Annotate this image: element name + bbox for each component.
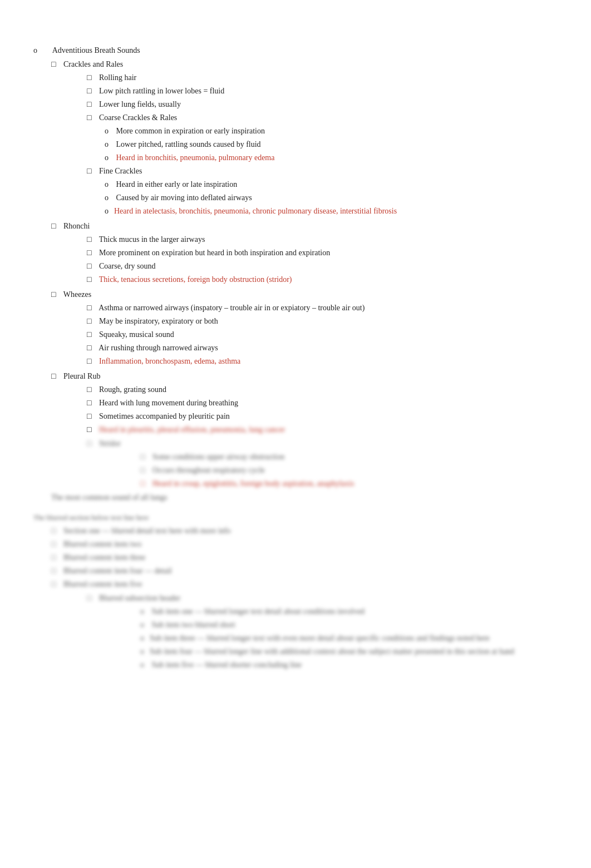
rhonchi-item-4-red: □ Thick, tenacious secretions, foreign b…	[87, 274, 558, 285]
lower-sub-item-2: o Sub item two blurred short	[140, 619, 558, 631]
lower-sub-item-4: o Sub item four — blurred longer line wi…	[140, 646, 558, 657]
crackles-item-1: □ Rolling hair	[87, 72, 558, 83]
crackles-section: □ Crackles and Rales □ Rolling hair □ Lo…	[51, 58, 558, 217]
pleural-rub-header: □ Pleural Rub	[51, 370, 558, 382]
sq-bullet: □	[87, 439, 91, 448]
sq-bullet: □	[87, 399, 91, 407]
main-section-header: o Adventitious Breath Sounds	[33, 44, 558, 56]
sq-bullet: □	[140, 466, 145, 474]
sq-bullet: □	[87, 167, 91, 175]
lower-item-3: □ Blurred content item three	[51, 552, 558, 563]
o-bullet: o	[105, 180, 109, 189]
blurred-subsection-header: □ Stridor	[87, 438, 558, 449]
lower-item-1: □ Section one — blurred detail text here…	[51, 525, 558, 537]
sq-bullet: □	[87, 330, 91, 339]
coarse-item-1: o More common in expiration or early ins…	[105, 125, 558, 137]
wheezes-item-2: □ May be inspiratory, expiratory or both	[87, 315, 558, 327]
lower-item-4: □ Blurred content item four — detail	[51, 565, 558, 577]
sq-bullet: □	[51, 290, 56, 299]
rhonchi-item-1: □ Thick mucus in the larger airways	[87, 234, 558, 245]
square-bullet-1: □	[51, 60, 56, 68]
main-section-title: Adventitious Breath Sounds	[52, 46, 140, 54]
blurred-note: The most common sound of all lungs	[51, 492, 558, 503]
fine-crackles-header: □ Fine Crackles	[87, 165, 558, 177]
lower-item-5: □ Blurred content item five	[51, 578, 558, 590]
page-container: o Adventitious Breath Sounds □ Crackles …	[33, 44, 558, 671]
crackles-item-3: □ Lower lung fields, usually	[87, 98, 558, 110]
blurred-sub-item-1: □ Some conditions upper airway obstructi…	[140, 451, 558, 463]
o-bullet: o	[105, 205, 109, 217]
o-bullet: o	[105, 140, 109, 148]
wheezes-item-4: □ Air rushing through narrowed airways	[87, 342, 558, 354]
sq-bullet: □	[51, 372, 56, 380]
rhonchi-header: □ Rhonchi	[51, 220, 558, 232]
lower-sub-header: □ Blurred subsection header	[87, 592, 558, 604]
wheezes-section: □ Wheezes □ Asthma or narrowed airways (…	[51, 289, 558, 367]
wheezes-header: □ Wheezes	[51, 289, 558, 300]
blurred-sub-item-3-red: □ Heard in croup, epiglottitis, foreign …	[140, 478, 558, 489]
fine-item-1: o Heard in either early or late inspirat…	[105, 178, 558, 190]
pleural-item-1: □ Rough, grating sound	[87, 384, 558, 395]
o-bullet: o	[105, 127, 109, 135]
sq-bullet: □	[87, 235, 91, 244]
crackles-header: □ Crackles and Rales	[51, 58, 558, 70]
blurred-subsection: □ Stridor □ Some conditions upper airway…	[87, 438, 558, 489]
lower-blurred-section: The blurred section below text line here…	[33, 512, 558, 671]
wheezes-item-1: □ Asthma or narrowed airways (inspatory …	[87, 302, 558, 314]
rhonchi-section: □ Rhonchi □ Thick mucus in the larger ai…	[51, 220, 558, 285]
wheezes-item-5-red: □ Inflammation, bronchospasm, edema, ast…	[87, 355, 558, 367]
lower-item-2: □ Blurred content item two	[51, 538, 558, 550]
sq-bullet: □	[87, 87, 91, 95]
pleural-item-3: □ Sometimes accompanied by pleuritic pai…	[87, 410, 558, 422]
sq-bullet: □	[51, 222, 56, 230]
coarse-crackles-header: □ Coarse Crackles & Rales	[87, 112, 558, 123]
sq-bullet: □	[140, 453, 145, 461]
sq-bullet: □	[87, 100, 91, 108]
wheezes-item-3: □ Squeaky, musical sound	[87, 329, 558, 340]
fine-item-2: o Caused by air moving into deflated air…	[105, 192, 558, 204]
rhonchi-item-2: □ More prominent on expiration but heard…	[87, 247, 558, 259]
coarse-item-3-red: o Heard in bronchitis, pneumonia, pulmon…	[105, 152, 558, 163]
sq-bullet: □	[87, 113, 91, 122]
rhonchi-item-3: □ Coarse, dry sound	[87, 260, 558, 272]
pleural-item-2: □ Heard with lung movement during breath…	[87, 397, 558, 409]
coarse-item-2: o Lower pitched, rattling sounds caused …	[105, 138, 558, 150]
lower-sub-item-5: o Sub item five — blurred shorter conclu…	[140, 659, 558, 671]
lower-main-list: □ Section one — blurred detail text here…	[51, 525, 558, 671]
sq-bullet: □	[140, 479, 145, 488]
fine-item-3-red: o Heard in atelectasis, bronchitis, pneu…	[105, 205, 558, 217]
sq-bullet: □	[87, 385, 91, 394]
sq-bullet: □	[87, 262, 91, 270]
pleural-item-4-red-blurred: □ Heard in pleuritis, pleural effusion, …	[87, 424, 558, 435]
crackles-label: Crackles and Rales	[63, 60, 123, 68]
sq-bullet: □	[87, 425, 91, 434]
sq-bullet: □	[87, 344, 91, 352]
o-bullet: o	[105, 153, 109, 162]
blurred-sub-item-2: □ Occurs throughout respiratory cycle	[140, 464, 558, 476]
sq-bullet: □	[87, 357, 91, 365]
lower-sub-item-1: o Sub item one — blurred longer text det…	[140, 606, 558, 617]
o-bullet: o	[105, 194, 109, 202]
lower-main-header: The blurred section below text line here	[33, 512, 558, 523]
sq-bullet: □	[87, 249, 91, 257]
sq-bullet: □	[87, 304, 91, 312]
sq-bullet: □	[87, 412, 91, 420]
sq-bullet: □	[87, 317, 91, 325]
pleural-rub-section: □ Pleural Rub □ Rough, grating sound □ H…	[51, 370, 558, 489]
sq-bullet: □	[87, 73, 91, 82]
main-bullet: o	[33, 46, 37, 54]
lower-sub-section: □ Blurred subsection header o Sub item o…	[87, 592, 558, 671]
lower-sub-item-3: o Sub item three — blurred longer text w…	[140, 632, 558, 644]
crackles-item-2: □ Low pitch rattling in lower lobes = fl…	[87, 85, 558, 97]
sq-bullet: □	[87, 275, 91, 284]
